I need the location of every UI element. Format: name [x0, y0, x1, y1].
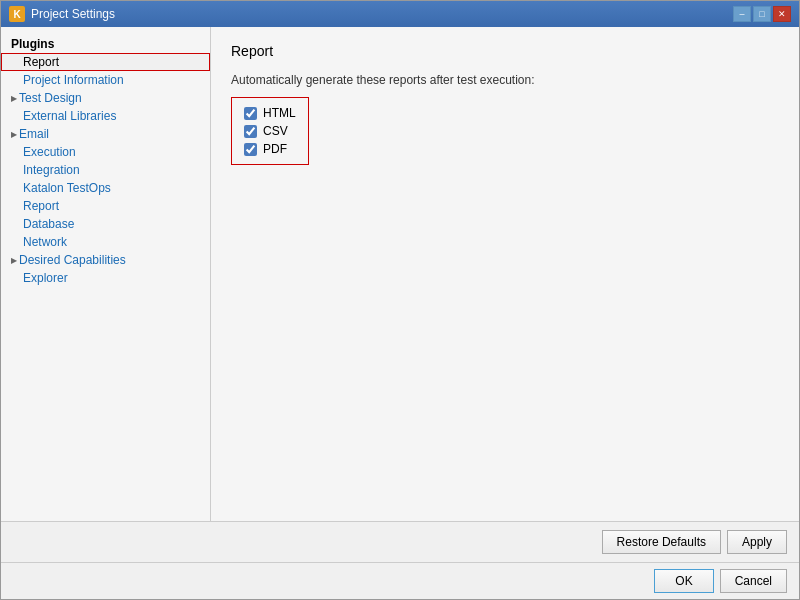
minimize-button[interactable]: –: [733, 6, 751, 22]
report-options-box: HTML CSV PDF: [231, 97, 309, 165]
arrow-icon: ▶: [11, 130, 17, 139]
checkbox-row-html: HTML: [244, 106, 296, 120]
bottom-right-buttons: Restore Defaults Apply: [602, 530, 787, 554]
sidebar: Plugins Report Project Information ▶ Tes…: [1, 27, 211, 521]
restore-defaults-button[interactable]: Restore Defaults: [602, 530, 721, 554]
panel-description: Automatically generate these reports aft…: [231, 73, 779, 87]
arrow-icon: ▶: [11, 256, 17, 265]
checkbox-row-csv: CSV: [244, 124, 296, 138]
apply-button[interactable]: Apply: [727, 530, 787, 554]
sidebar-item-report2[interactable]: Report: [1, 197, 210, 215]
sidebar-item-project-information[interactable]: Project Information: [1, 71, 210, 89]
sidebar-item-network[interactable]: Network: [1, 233, 210, 251]
sidebar-item-desired-capabilities[interactable]: ▶ Desired Capabilities: [1, 251, 210, 269]
ok-button[interactable]: OK: [654, 569, 713, 593]
sidebar-item-report[interactable]: Report: [1, 53, 210, 71]
maximize-button[interactable]: □: [753, 6, 771, 22]
cancel-button[interactable]: Cancel: [720, 569, 787, 593]
sidebar-group-plugins: Plugins: [1, 35, 210, 53]
sidebar-item-execution[interactable]: Execution: [1, 143, 210, 161]
pdf-label: PDF: [263, 142, 287, 156]
app-icon: K: [9, 6, 25, 22]
panel-title: Report: [231, 43, 779, 59]
csv-label: CSV: [263, 124, 288, 138]
title-bar-left: K Project Settings: [9, 6, 115, 22]
project-settings-window: K Project Settings – □ ✕ Plugins Report …: [0, 0, 800, 600]
window-title: Project Settings: [31, 7, 115, 21]
main-content: Plugins Report Project Information ▶ Tes…: [1, 27, 799, 521]
html-checkbox[interactable]: [244, 107, 257, 120]
window-controls: – □ ✕: [733, 6, 791, 22]
footer-bar: OK Cancel: [1, 562, 799, 599]
window-body: Plugins Report Project Information ▶ Tes…: [1, 27, 799, 599]
sidebar-item-email[interactable]: ▶ Email: [1, 125, 210, 143]
content-panel: Report Automatically generate these repo…: [211, 27, 799, 521]
sidebar-item-explorer[interactable]: Explorer: [1, 269, 210, 287]
html-label: HTML: [263, 106, 296, 120]
checkbox-row-pdf: PDF: [244, 142, 296, 156]
close-button[interactable]: ✕: [773, 6, 791, 22]
arrow-icon: ▶: [11, 94, 17, 103]
pdf-checkbox[interactable]: [244, 143, 257, 156]
csv-checkbox[interactable]: [244, 125, 257, 138]
title-bar: K Project Settings – □ ✕: [1, 1, 799, 27]
sidebar-item-test-design[interactable]: ▶ Test Design: [1, 89, 210, 107]
sidebar-item-integration[interactable]: Integration: [1, 161, 210, 179]
sidebar-item-katalon-testops[interactable]: Katalon TestOps: [1, 179, 210, 197]
sidebar-item-external-libraries[interactable]: External Libraries: [1, 107, 210, 125]
bottom-bar: Restore Defaults Apply: [1, 521, 799, 562]
sidebar-item-database[interactable]: Database: [1, 215, 210, 233]
